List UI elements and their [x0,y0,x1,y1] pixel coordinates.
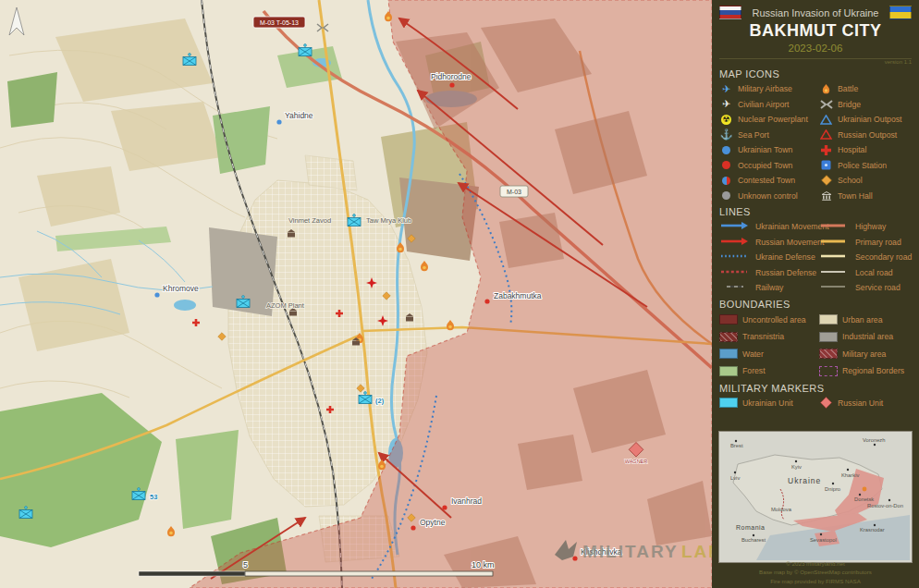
legend-item-russian-defense: Russian Defense [719,265,815,281]
legend-label: Urban area [842,315,882,325]
legend-item-service-road: Service road [819,280,912,296]
legend-label: Transnistria [742,332,784,341]
legend-label: Russian Outpost [838,130,897,140]
legend-label: Ukrainian Outpost [838,115,902,124]
svg-text:M-03: M-03 [507,189,521,195]
inset-label: Moldova [771,507,792,512]
legend-item-russian-outpost: Russian Outpost [819,128,912,143]
inset-label: Ukraine [788,476,821,485]
town-label: Zabakhmutka [494,291,542,300]
map-canvas: 53 (2) WAGNER [0,0,712,588]
legend-label: Occupied Town [738,161,792,170]
uncontrolled-area-swatch [719,314,738,325]
highway-icon [819,221,851,232]
railway-icon [719,282,751,293]
map-date: 2023-02-06 [719,43,912,54]
legend-label: Russian Movement [755,238,824,247]
svg-text:MILITARY: MILITARY [582,542,679,561]
legend-label: Town Hall [838,191,873,201]
inset-label: Lviv [730,475,740,481]
town-label: Yahidne [285,111,313,120]
legend-label: Sea Port [738,130,769,140]
legend-item-russian-unit: Russian Unit [819,396,912,411]
legend-label: Bridge [838,100,861,109]
legend-item-regional-borders: Regional Borders [819,362,912,380]
nuclear-powerplant-icon: ☢ [721,115,731,125]
legend-label: Water [742,349,764,359]
town-label: Ivanhrad [451,496,482,506]
legend-item-town-hall: Town Hall [819,189,912,204]
road-shield-m03-t0513: M-03 T-05-13 [253,17,305,28]
hospital-icon [819,143,833,156]
road-shield-m03: M-03 [500,186,528,197]
ukraine-overview-inset: Brest Voronezh Kyiv Lviv Kharkiv Ukraine… [718,431,913,563]
map-title: BAKHMUT CITY [719,21,912,41]
credit-line-3: Fire map provided by FIRMS NASA [712,577,919,585]
legend-label: Local road [855,268,893,277]
legend-label: Unknown control [738,191,798,201]
legend-item-military-airbase: ✈Military Airbase [719,81,815,97]
legend-item-military-area: Military area [819,346,912,363]
legend-label: Ukrainian Movement [755,222,829,231]
legend-item-water: Water [719,346,815,363]
primary-road-icon [819,237,851,248]
ukrainian-movement-icon [719,221,751,232]
legend-item-sea-port: ⚓Sea Port [719,128,815,143]
inset-label: Kyiv [791,464,802,470]
section-boundaries: BOUNDARIES [719,299,912,310]
legend-label: Russian Defense [755,268,816,277]
legend-item-secondary-road: Secondary road [819,250,912,265]
inset-label: Romania [736,524,766,531]
russian-flag-icon [719,6,741,19]
inset-label: Brest [730,443,743,448]
legend-item-forest: Forest [719,362,815,380]
inset-label: Rostov-on-Don [867,503,903,508]
section-lines: LINES [719,206,912,217]
legend-label: Contested Town [738,176,795,185]
civilian-airport-icon: ✈ [719,98,733,111]
legend-label: Ukrainian Town [738,145,792,154]
urban-area-swatch [819,314,838,325]
svg-text:5: 5 [243,560,248,570]
bakhmut-map-screenshot: 53 (2) WAGNER [0,0,919,588]
town-label: Opytne [420,518,446,527]
regional-borders-swatch [819,366,838,376]
landmark-label: Vinmet Zavod [288,216,331,225]
legend-label: Military Airbase [738,84,792,93]
legend-label: Regional Borders [842,366,904,375]
inset-label: Sevastopol [810,537,837,543]
legend-label: Ukraine Defense [755,252,815,262]
legend-label: Highway [855,222,886,231]
town-label: Pidhorodne [431,72,472,81]
inset-label: Donetsk [854,496,874,502]
section-map-icons: MAP ICONS [719,68,912,80]
military-airbase-icon: ✈ [719,82,733,95]
russian-unit-swatch [819,397,833,410]
battle-icon [819,82,833,95]
inset-label: Kharkiv [841,472,859,478]
ukrainian-town-icon [719,143,733,156]
legend-item-civilian-airport: ✈Civilian Airport [719,97,815,113]
sea-port-icon: ⚓ [719,129,733,141]
map-icons-grid: ✈Military Airbase ✈Civilian Airport ☢Nuc… [719,81,912,203]
legend-item-nuclear-powerplant: ☢Nuclear Powerplant [719,112,815,128]
ukrainian-flag-icon [889,6,912,19]
inset-label: Voronezh [863,437,886,443]
legend-item-primary-road: Primary road [819,235,912,251]
russian-outpost-icon [819,129,833,141]
legend-label: Ukrainian Unit [742,398,793,408]
legend-item-uncontrolled-area: Uncontrolled area [719,312,815,329]
version-label: version 1.1 [719,59,912,66]
water-swatch [719,349,738,359]
legend-label: Nuclear Powerplant [738,115,808,124]
legend-item-russian-movement: Russian Movement [719,235,815,251]
landmark-label: Taw Mrya Klub [366,216,411,225]
map-subtitle: Russian Invasion of Ukraine [741,7,889,18]
contested-town-icon [719,174,733,187]
legend-item-occupied-town: Occupied Town [719,158,815,174]
landmark-label: AZOM Plant [266,301,305,310]
legend-item-local-road: Local road [819,265,912,281]
svg-text:LAND: LAND [681,542,712,561]
legend-item-urban-area: Urban area [819,312,912,329]
town-label: Khromove [163,284,199,293]
